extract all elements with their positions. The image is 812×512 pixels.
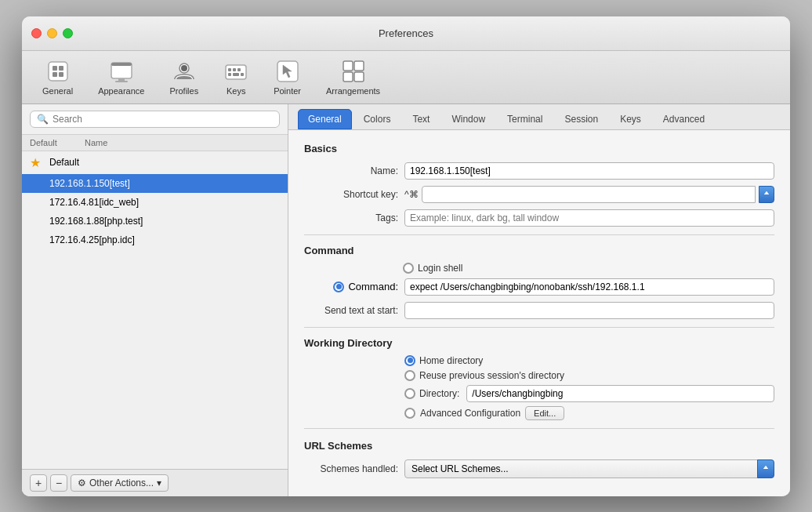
working-dir-options: Home directory Reuse previous session's …: [404, 355, 774, 420]
titlebar: Preferences: [22, 16, 790, 51]
name-label: Name:: [304, 165, 398, 176]
svg-rect-15: [228, 73, 231, 76]
close-button[interactable]: [31, 28, 42, 38]
toolbar-item-keys[interactable]: Keys: [219, 57, 253, 97]
tags-input[interactable]: [404, 209, 774, 227]
tab-general[interactable]: General: [298, 109, 352, 129]
appearance-icon: [109, 59, 134, 84]
list-item[interactable]: ★ Default: [22, 151, 288, 174]
header-default: Default: [30, 138, 85, 147]
window-title: Preferences: [379, 27, 433, 39]
shortcut-stepper[interactable]: [759, 186, 774, 203]
directory-label: Directory:: [419, 388, 459, 399]
tags-label: Tags:: [304, 212, 398, 223]
home-dir-radio-btn[interactable]: [404, 355, 415, 366]
send-text-input[interactable]: [404, 302, 774, 319]
command-radio-btn[interactable]: [333, 281, 344, 292]
command-row: Command:: [304, 278, 774, 296]
login-shell-radio[interactable]: Login shell: [403, 263, 462, 274]
command-radio-label: Command:: [304, 281, 398, 292]
svg-rect-19: [343, 61, 353, 71]
star-icon: ★: [30, 155, 45, 170]
pointer-label: Pointer: [274, 86, 301, 96]
name-row: Name:: [304, 162, 774, 180]
schemes-row: Schemes handled: Select URL Schemes...: [304, 459, 774, 478]
general-label: General: [42, 86, 73, 96]
advanced-config-radio[interactable]: Advanced Configuration Edit...: [404, 406, 774, 420]
tab-advanced[interactable]: Advanced: [653, 109, 715, 129]
toolbar-item-pointer[interactable]: Pointer: [269, 57, 306, 97]
home-dir-label: Home directory: [419, 355, 483, 366]
schemes-select-wrapper: Select URL Schemes...: [404, 459, 774, 478]
profile-name: 192.168.1.88[php.test]: [49, 216, 280, 227]
other-actions-arrow: ▾: [157, 478, 161, 488]
url-schemes-section: URL Schemes Schemes handled: Select URL …: [304, 440, 774, 478]
svg-rect-0: [49, 62, 67, 81]
send-text-row: Send text at start:: [304, 302, 774, 319]
profile-name: 192.168.1.150[test]: [49, 178, 280, 189]
toolbar-item-arrangements[interactable]: Arrangements: [321, 57, 385, 97]
tab-keys[interactable]: Keys: [610, 109, 651, 129]
svg-rect-22: [354, 72, 364, 82]
schemes-select[interactable]: Select URL Schemes...: [404, 459, 774, 478]
profile-name: 172.16.4.81[idc_web]: [49, 197, 280, 208]
list-item[interactable]: 192.168.1.150[test]: [22, 174, 288, 193]
sidebar-header: Default Name: [22, 135, 288, 151]
name-input[interactable]: [404, 162, 774, 180]
toolbar-item-profiles[interactable]: Profiles: [165, 57, 203, 97]
list-item[interactable]: 192.168.1.88[php.test]: [22, 212, 288, 231]
search-input[interactable]: [53, 114, 273, 125]
minimize-button[interactable]: [47, 28, 57, 38]
tab-terminal[interactable]: Terminal: [497, 109, 553, 129]
tab-colors[interactable]: Colors: [353, 109, 401, 129]
profiles-icon: [172, 59, 197, 84]
command-input[interactable]: [404, 278, 774, 296]
arrangements-icon: [341, 59, 366, 84]
toolbar: General Appearance: [22, 51, 790, 104]
other-actions-button[interactable]: ⚙ Other Actions... ▾: [71, 474, 169, 492]
svg-rect-3: [53, 72, 57, 77]
profile-name: 172.16.4.25[php.idc]: [49, 234, 280, 245]
header-name: Name: [85, 138, 280, 147]
svg-rect-6: [111, 63, 132, 66]
keys-icon: [223, 59, 248, 84]
remove-profile-button[interactable]: −: [50, 474, 67, 492]
svg-rect-2: [59, 66, 63, 71]
toolbar-item-general[interactable]: General: [38, 57, 78, 97]
directory-radio-btn[interactable]: [404, 388, 415, 399]
tab-bar: General Colors Text Window Terminal Sess…: [288, 104, 790, 130]
zoom-button[interactable]: [63, 28, 73, 38]
edit-button[interactable]: Edit...: [525, 406, 564, 420]
profiles-list: ★ Default 192.168.1.150[test] 172.16.4.8…: [22, 151, 288, 469]
tab-session[interactable]: Session: [554, 109, 608, 129]
home-dir-radio[interactable]: Home directory: [404, 355, 774, 366]
advanced-config-label: Advanced Configuration: [420, 408, 520, 419]
login-shell-row: Login shell: [304, 263, 774, 274]
arrangements-label: Arrangements: [326, 86, 380, 96]
reuse-session-label: Reuse previous session's directory: [419, 370, 564, 381]
add-profile-button[interactable]: +: [30, 474, 47, 492]
login-shell-radio-btn[interactable]: [403, 263, 414, 274]
reuse-session-radio-btn[interactable]: [404, 370, 415, 381]
reuse-session-radio[interactable]: Reuse previous session's directory: [404, 370, 774, 381]
tags-row: Tags:: [304, 209, 774, 227]
working-dir-title: Working Directory: [304, 337, 774, 349]
tab-text[interactable]: Text: [402, 109, 440, 129]
preferences-window: Preferences General: [22, 16, 790, 496]
list-item[interactable]: 172.16.4.81[idc_web]: [22, 193, 288, 212]
schemes-label: Schemes handled:: [304, 463, 398, 474]
content-area: 🔍 Default Name ★ Default 192.168.1.150[t…: [22, 104, 790, 496]
tab-window[interactable]: Window: [441, 109, 495, 129]
shortcut-input[interactable]: [422, 186, 756, 203]
main-panel: General Colors Text Window Terminal Sess…: [288, 104, 790, 496]
list-item[interactable]: 172.16.4.25[php.idc]: [22, 231, 288, 249]
svg-rect-1: [53, 66, 57, 71]
advanced-config-radio-btn[interactable]: [404, 408, 415, 419]
send-text-label: Send text at start:: [304, 305, 398, 316]
directory-radio[interactable]: Directory:: [404, 385, 774, 402]
shortcut-wrapper: ^⌘: [404, 186, 774, 203]
toolbar-item-appearance[interactable]: Appearance: [93, 57, 149, 97]
directory-input[interactable]: [466, 385, 774, 402]
svg-rect-14: [237, 68, 241, 71]
login-shell-label: Login shell: [418, 263, 462, 274]
